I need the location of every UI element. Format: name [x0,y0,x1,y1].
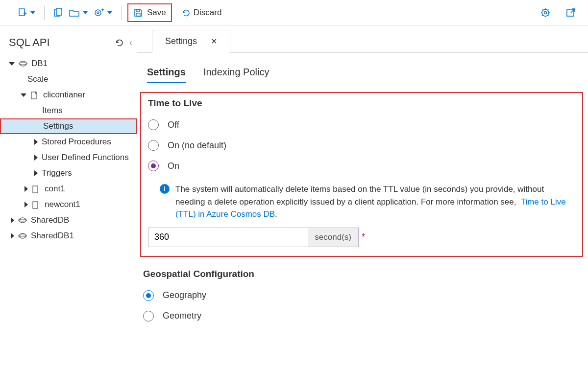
inner-tab-settings[interactable]: Settings [147,67,186,83]
tree-shareddb[interactable]: SharedDB [0,212,137,228]
save-label: Save [147,8,166,18]
ttl-panel: Time to Live Off On (no default) On i Th… [140,92,583,257]
settings-button[interactable] [537,5,554,21]
query-icon [53,8,63,18]
database-icon [19,60,27,68]
tree-label: Stored Procedures [42,137,111,147]
tree-scale[interactable]: Scale [0,71,137,87]
tree-label: DB1 [31,59,48,69]
tree-label: Triggers [42,168,72,178]
svg-point-16 [18,219,27,221]
caret-down-icon [9,62,15,66]
save-icon [133,8,143,18]
radio-label: Geometry [163,311,201,321]
sidebar: SQL API ‹ DB1 Scale [0,25,137,368]
inner-tab-indexing[interactable]: Indexing Policy [203,67,270,83]
geo-heading: Geospatial Configuration [143,269,588,279]
toolbar: Save Discard [0,0,588,25]
svg-point-3 [95,10,101,16]
tree-container-clicontianer[interactable]: clicontianer [0,87,137,103]
toolbar-separator [121,6,122,20]
collapse-button[interactable]: ‹ [129,38,132,48]
caret-right-icon [34,139,38,145]
discard-button[interactable]: Discard [178,5,225,21]
svg-rect-13 [33,186,38,193]
ttl-info-body: The system will automatically delete ite… [175,184,544,207]
tree-label: Items [42,106,63,115]
tree-container-newcont1[interactable]: newcont1 [0,197,137,212]
toolbar-separator [44,6,45,20]
chevron-down-icon [30,11,35,14]
radio-icon [143,311,154,322]
svg-rect-2 [56,8,62,15]
caret-down-icon [21,93,26,97]
chevron-down-icon [107,11,112,14]
svg-point-10 [20,61,26,66]
svg-point-17 [19,233,26,238]
fullscreen-button[interactable] [563,5,579,21]
tree-shareddb1[interactable]: SharedDB1 [0,228,137,244]
ttl-info: i The system will automatically delete i… [160,183,575,221]
ttl-unit-label: second(s) [308,228,358,247]
svg-point-8 [544,11,547,14]
ttl-radio-on[interactable]: On [148,156,575,176]
info-icon: i [160,184,170,194]
container-icon [32,185,41,193]
tree-settings[interactable]: Settings [0,118,137,134]
save-button[interactable]: Save [127,3,172,22]
tree-container-cont1[interactable]: cont1 [0,181,137,197]
caret-right-icon [24,202,28,207]
container-icon [30,91,39,99]
tab-label: Settings [165,36,197,46]
radio-icon [148,140,159,151]
refresh-button[interactable] [115,38,124,48]
tree-items[interactable]: Items [0,103,137,118]
new-folder-button[interactable] [66,5,91,21]
tree-label: SharedDB1 [31,231,74,241]
tree-label: SharedDB [31,215,69,225]
radio-label: Geography [163,290,206,300]
folder-icon [69,8,80,17]
tree-label: User Defined Functions [42,153,129,162]
tree-sprocs[interactable]: Stored Procedures [0,134,137,150]
tree: DB1 Scale clicontianer Items Settings St [0,56,137,244]
caret-right-icon [11,217,14,223]
caret-right-icon [34,155,38,161]
tree-label: Settings [43,121,73,131]
ttl-info-text: The system will automatically delete ite… [175,183,575,221]
required-indicator: * [362,232,365,242]
tree-db1[interactable]: DB1 [0,56,137,71]
close-tab-button[interactable]: ✕ [211,37,217,46]
caret-right-icon [24,186,28,192]
main-area: SQL API ‹ DB1 Scale [0,25,588,368]
tree-udf[interactable]: User Defined Functions [0,150,137,165]
radio-icon [148,119,159,130]
tabstrip: Settings ✕ [137,29,588,53]
geo-radio-geography[interactable]: Geography [143,285,588,306]
svg-rect-14 [33,202,38,208]
open-query-button[interactable] [50,5,66,21]
geo-radio-geometry[interactable]: Geometry [143,306,588,326]
tab-settings[interactable]: Settings ✕ [152,30,230,53]
tree-triggers[interactable]: Triggers [0,165,137,181]
ttl-input-group: second(s) * [148,228,368,247]
chevron-down-icon [83,11,88,14]
radio-icon [148,161,159,171]
radio-label: Off [168,120,179,130]
tree-label: clicontianer [43,90,85,100]
ttl-radio-off[interactable]: Off [148,115,575,135]
open-external-icon [565,7,576,18]
radio-icon [143,290,154,301]
sidebar-title: SQL API [9,36,50,49]
radio-label: On (no default) [168,140,226,151]
undo-icon [181,8,191,18]
ttl-radio-on-nodefault[interactable]: On (no default) [148,135,575,156]
geo-panel: Geospatial Configuration Geography Geome… [143,269,588,326]
ttl-value-input[interactable] [148,228,308,247]
svg-point-15 [19,218,26,223]
new-doc-button[interactable] [15,5,38,21]
svg-point-4 [97,12,99,14]
settings-gear-button[interactable] [91,5,115,21]
tree-label: Scale [27,74,49,84]
tree-label: cont1 [45,184,65,194]
